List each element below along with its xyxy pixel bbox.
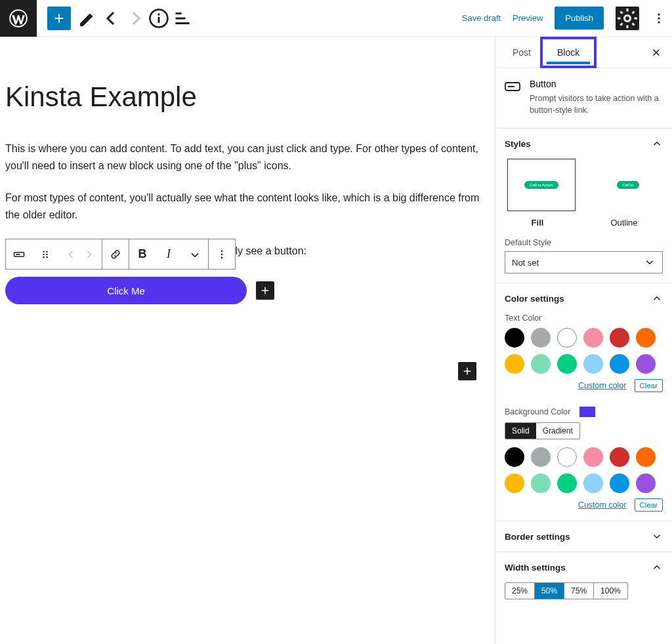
bg-color-label: Background Color [505,407,570,416]
close-icon [650,47,662,58]
color-swatch[interactable] [610,473,629,493]
color-swatch[interactable] [531,354,551,374]
clear-text-color-button[interactable]: Clear [635,379,663,392]
info-icon [147,7,171,30]
bg-mode-solid[interactable]: Solid [505,423,536,439]
panel-border-title: Border settings [505,532,570,542]
color-swatch[interactable] [610,447,629,467]
info-button[interactable] [147,7,171,30]
style-outline[interactable]: Call to Outline [594,159,654,228]
custom-bg-color-link[interactable]: Custom color [578,500,627,510]
svg-point-6 [658,17,660,19]
color-swatch[interactable] [583,473,603,493]
style-fill[interactable]: Call to Action Fill [507,159,568,228]
dots-vertical-icon [651,10,667,26]
block-options-button[interactable] [209,239,235,269]
svg-point-4 [625,15,631,21]
list-icon [171,7,194,30]
color-swatch[interactable] [636,447,656,467]
svg-point-10 [43,251,44,252]
panel-styles-header[interactable]: Styles [505,138,663,150]
width-100[interactable]: 100% [594,583,627,599]
custom-text-color-link[interactable]: Custom color [578,381,627,390]
color-swatch[interactable] [636,354,656,374]
more-menu-button[interactable] [651,7,667,30]
svg-rect-3 [158,16,160,22]
pencil-icon [76,7,100,30]
save-draft-button[interactable]: Save draft [462,13,501,23]
svg-point-2 [158,13,160,16]
color-swatch[interactable] [610,328,629,348]
redo-button[interactable] [123,7,147,30]
color-swatch[interactable] [583,447,603,467]
color-swatch[interactable] [636,328,656,348]
toolbar-right-group: Save draft Preview Publish [462,7,672,30]
bold-button[interactable]: B [129,239,156,269]
color-swatch[interactable] [505,328,524,348]
color-swatch[interactable] [531,473,551,493]
width-50[interactable]: 50% [535,583,564,599]
color-swatch[interactable] [531,447,551,467]
close-sidebar-button[interactable] [647,43,665,62]
transform-block-button[interactable] [6,239,32,269]
clear-bg-color-button[interactable]: Clear [635,498,663,512]
color-swatch[interactable] [505,354,524,374]
italic-button[interactable]: I [156,239,182,269]
paragraph-1[interactable]: This is where you can add content. To ad… [5,140,490,174]
color-swatch[interactable] [636,473,656,493]
edit-mode-button[interactable] [76,7,100,30]
color-swatch[interactable] [505,473,524,493]
panel-color-header[interactable]: Color settings [505,292,663,304]
move-down-button[interactable] [75,239,102,269]
width-75[interactable]: 75% [564,583,594,599]
wordpress-icon [9,9,28,28]
add-block-button[interactable] [47,7,71,30]
example-button-block[interactable]: Click Me [5,277,247,304]
plus-icon [52,11,66,26]
svg-rect-20 [508,86,514,87]
default-style-select[interactable]: Not set [505,251,663,273]
color-swatch[interactable] [505,447,524,467]
svg-point-16 [221,251,223,252]
color-swatch[interactable] [583,328,603,348]
floating-add-block-button[interactable] [458,362,476,380]
panel-border-header[interactable]: Border settings [505,531,663,542]
button-block-icon [12,248,26,261]
paragraph-2[interactable]: For most types of content, you'll actual… [5,190,490,223]
panel-width-settings: Width settings 25% 50% 75% 100% [495,552,672,609]
color-swatch[interactable] [531,328,551,348]
wordpress-logo[interactable] [0,0,37,37]
preview-button[interactable]: Preview [513,13,543,23]
color-swatch[interactable] [557,354,577,374]
panel-width-header[interactable]: Width settings [505,561,663,573]
chevron-up-icon [651,561,663,573]
tab-block[interactable]: Block [540,37,597,68]
tab-post[interactable]: Post [503,37,540,68]
chevron-down-icon [188,248,201,261]
inline-add-block-button[interactable] [256,281,274,300]
settings-button[interactable] [616,7,639,30]
color-swatch[interactable] [557,473,577,493]
plus-icon [461,365,473,377]
more-formatting-button[interactable] [182,239,208,269]
editor-canvas[interactable]: Kinsta Example This is where you can add… [0,37,495,644]
bg-mode-gradient[interactable]: Gradient [536,423,579,439]
panel-border-settings: Border settings [495,521,672,552]
svg-point-7 [658,21,660,23]
block-name: Button [530,79,663,89]
toolbar-left-group [37,7,194,30]
color-swatch[interactable] [610,354,629,374]
outline-button[interactable] [171,7,194,30]
color-swatch[interactable] [557,447,577,467]
sidebar-tabs: Post Block [495,37,672,68]
undo-button[interactable] [100,7,123,30]
link-icon [109,248,122,261]
panel-width-title: Width settings [505,563,566,573]
publish-button[interactable]: Publish [555,7,604,30]
color-swatch[interactable] [583,354,603,374]
width-25[interactable]: 25% [505,583,535,599]
color-swatch[interactable] [557,328,577,348]
link-button[interactable] [102,239,129,269]
drag-handle[interactable] [32,239,58,269]
page-title[interactable]: Kinsta Example [5,81,490,113]
